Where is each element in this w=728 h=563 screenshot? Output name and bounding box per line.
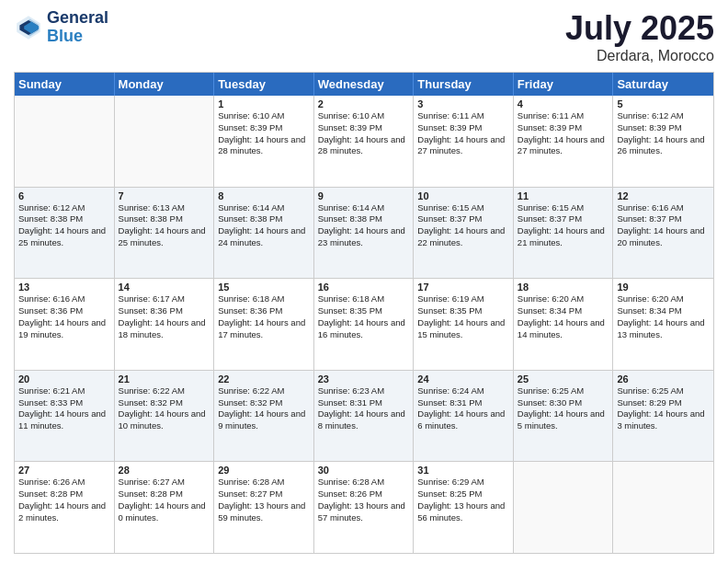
calendar-cell: [15, 96, 115, 187]
day-number: 22: [218, 373, 310, 385]
sunrise-text: Sunrise: 6:14 AM: [218, 202, 310, 214]
logo-icon: [14, 13, 43, 42]
sunset-text: Sunset: 8:39 PM: [417, 122, 509, 134]
day-number: 2: [318, 98, 410, 109]
sunset-text: Sunset: 8:34 PM: [617, 305, 710, 317]
sunrise-text: Sunrise: 6:16 AM: [617, 202, 710, 214]
day-number: 25: [518, 373, 609, 385]
sunrise-text: Sunrise: 6:25 AM: [617, 385, 710, 397]
calendar-cell: [514, 462, 614, 553]
calendar-cell: 26Sunrise: 6:25 AMSunset: 8:29 PMDayligh…: [613, 371, 713, 462]
sunrise-text: Sunrise: 6:21 AM: [18, 385, 110, 397]
sunrise-text: Sunrise: 6:27 AM: [119, 477, 210, 488]
sunset-text: Sunset: 8:39 PM: [518, 122, 609, 134]
day-number: 8: [218, 190, 310, 201]
sunset-text: Sunset: 8:31 PM: [318, 397, 410, 409]
daylight-text: Daylight: 14 hours and 14 minutes.: [518, 317, 609, 341]
sunset-text: Sunset: 8:35 PM: [318, 305, 410, 317]
sunset-text: Sunset: 8:39 PM: [218, 122, 310, 134]
daylight-text: Daylight: 14 hours and 20 minutes.: [617, 225, 710, 249]
daylight-text: Daylight: 13 hours and 59 minutes.: [218, 500, 310, 524]
calendar-cell: 4Sunrise: 6:11 AMSunset: 8:39 PMDaylight…: [514, 96, 614, 187]
weekday-monday: Monday: [115, 73, 215, 96]
daylight-text: Daylight: 14 hours and 27 minutes.: [518, 134, 609, 158]
sunrise-text: Sunrise: 6:24 AM: [417, 385, 509, 397]
calendar-cell: 15Sunrise: 6:18 AMSunset: 8:36 PMDayligh…: [214, 279, 314, 370]
sunrise-text: Sunrise: 6:16 AM: [18, 293, 110, 305]
sunrise-text: Sunrise: 6:18 AM: [218, 293, 310, 305]
calendar-row-1: 6Sunrise: 6:12 AMSunset: 8:38 PMDaylight…: [15, 187, 713, 279]
sunrise-text: Sunrise: 6:12 AM: [18, 202, 110, 214]
day-number: 4: [518, 98, 609, 109]
sunset-text: Sunset: 8:36 PM: [18, 305, 110, 317]
day-number: 21: [119, 373, 210, 385]
calendar-cell: 29Sunrise: 6:28 AMSunset: 8:27 PMDayligh…: [214, 462, 314, 553]
calendar-cell: 10Sunrise: 6:15 AMSunset: 8:37 PMDayligh…: [414, 188, 514, 279]
month-title: July 2025: [565, 9, 714, 48]
sunset-text: Sunset: 8:29 PM: [617, 397, 710, 409]
day-number: 23: [318, 373, 410, 385]
day-number: 27: [18, 465, 110, 476]
day-number: 16: [318, 282, 410, 293]
sunrise-text: Sunrise: 6:10 AM: [318, 110, 410, 122]
page-header: General Blue July 2025 Derdara, Morocco: [14, 9, 714, 64]
daylight-text: Daylight: 14 hours and 24 minutes.: [218, 225, 310, 249]
sunset-text: Sunset: 8:39 PM: [617, 122, 710, 134]
calendar-body: 1Sunrise: 6:10 AMSunset: 8:39 PMDaylight…: [15, 96, 713, 553]
calendar-cell: 23Sunrise: 6:23 AMSunset: 8:31 PMDayligh…: [314, 371, 415, 462]
calendar-cell: 3Sunrise: 6:11 AMSunset: 8:39 PMDaylight…: [414, 96, 514, 187]
calendar-row-2: 13Sunrise: 6:16 AMSunset: 8:36 PMDayligh…: [15, 278, 713, 370]
daylight-text: Daylight: 14 hours and 2 minutes.: [18, 500, 110, 524]
day-number: 11: [518, 190, 609, 201]
calendar-cell: 12Sunrise: 6:16 AMSunset: 8:37 PMDayligh…: [613, 188, 713, 279]
day-number: 9: [318, 190, 410, 201]
day-number: 3: [417, 98, 509, 109]
sunset-text: Sunset: 8:28 PM: [119, 488, 210, 500]
sunrise-text: Sunrise: 6:14 AM: [318, 202, 410, 214]
calendar-cell: 11Sunrise: 6:15 AMSunset: 8:37 PMDayligh…: [514, 188, 614, 279]
day-number: 10: [417, 190, 509, 201]
sunset-text: Sunset: 8:39 PM: [318, 122, 410, 134]
sunrise-text: Sunrise: 6:11 AM: [417, 110, 509, 122]
daylight-text: Daylight: 13 hours and 57 minutes.: [318, 500, 410, 524]
daylight-text: Daylight: 14 hours and 28 minutes.: [218, 134, 310, 158]
calendar-row-3: 20Sunrise: 6:21 AMSunset: 8:33 PMDayligh…: [15, 370, 713, 462]
calendar-cell: 5Sunrise: 6:12 AMSunset: 8:39 PMDaylight…: [613, 96, 713, 187]
daylight-text: Daylight: 14 hours and 6 minutes.: [417, 408, 509, 432]
day-number: 13: [18, 282, 110, 293]
calendar: SundayMondayTuesdayWednesdayThursdayFrid…: [14, 72, 714, 554]
calendar-cell: 2Sunrise: 6:10 AMSunset: 8:39 PMDaylight…: [314, 96, 415, 187]
daylight-text: Daylight: 14 hours and 0 minutes.: [119, 500, 210, 524]
sunrise-text: Sunrise: 6:15 AM: [518, 202, 609, 214]
calendar-cell: 30Sunrise: 6:28 AMSunset: 8:26 PMDayligh…: [314, 462, 415, 553]
day-number: 18: [518, 282, 609, 293]
sunrise-text: Sunrise: 6:15 AM: [417, 202, 509, 214]
day-number: 7: [119, 190, 210, 201]
daylight-text: Daylight: 14 hours and 25 minutes.: [119, 225, 210, 249]
sunrise-text: Sunrise: 6:28 AM: [318, 477, 410, 488]
day-number: 14: [119, 282, 210, 293]
sunset-text: Sunset: 8:28 PM: [18, 488, 110, 500]
sunrise-text: Sunrise: 6:19 AM: [417, 293, 509, 305]
daylight-text: Daylight: 14 hours and 11 minutes.: [18, 408, 110, 432]
title-block: July 2025 Derdara, Morocco: [565, 9, 714, 64]
sunrise-text: Sunrise: 6:28 AM: [218, 477, 310, 488]
daylight-text: Daylight: 14 hours and 25 minutes.: [18, 225, 110, 249]
daylight-text: Daylight: 14 hours and 13 minutes.: [617, 317, 710, 341]
sunrise-text: Sunrise: 6:18 AM: [318, 293, 410, 305]
calendar-header: SundayMondayTuesdayWednesdayThursdayFrid…: [15, 73, 713, 96]
sunrise-text: Sunrise: 6:12 AM: [617, 110, 710, 122]
daylight-text: Daylight: 14 hours and 17 minutes.: [218, 317, 310, 341]
calendar-cell: 7Sunrise: 6:13 AMSunset: 8:38 PMDaylight…: [115, 188, 215, 279]
sunset-text: Sunset: 8:38 PM: [318, 213, 410, 225]
daylight-text: Daylight: 13 hours and 56 minutes.: [417, 500, 509, 524]
day-number: 24: [417, 373, 509, 385]
sunset-text: Sunset: 8:37 PM: [617, 213, 710, 225]
sunset-text: Sunset: 8:25 PM: [417, 488, 509, 500]
day-number: 19: [617, 282, 710, 293]
weekday-sunday: Sunday: [15, 73, 115, 96]
day-number: 5: [617, 98, 710, 109]
calendar-cell: 20Sunrise: 6:21 AMSunset: 8:33 PMDayligh…: [15, 371, 115, 462]
day-number: 1: [218, 98, 310, 109]
daylight-text: Daylight: 14 hours and 5 minutes.: [518, 408, 609, 432]
